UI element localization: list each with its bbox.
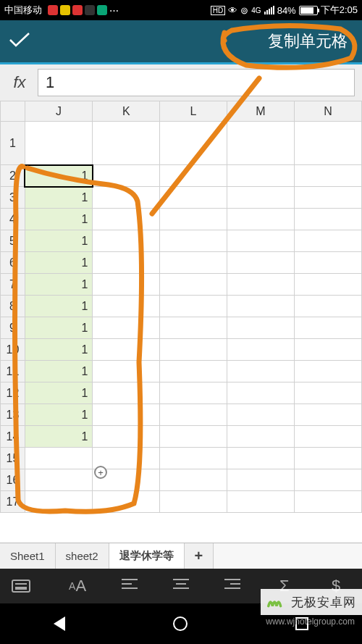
cell-N10[interactable] (295, 339, 362, 361)
tab-tuixue[interactable]: 退学休学等 (109, 543, 185, 569)
row-header[interactable]: 11 (1, 361, 25, 382)
cell-L14[interactable] (160, 426, 227, 448)
row-header[interactable]: 9 (1, 317, 25, 339)
row-header[interactable]: 13 (1, 404, 25, 426)
cell-K11[interactable] (93, 361, 160, 382)
cell-L11[interactable] (160, 361, 227, 382)
cell-L15[interactable] (160, 448, 227, 469)
cell-N6[interactable] (295, 252, 362, 274)
cell-L5[interactable] (160, 230, 227, 252)
row-header[interactable]: 1 (1, 122, 25, 165)
col-header-N[interactable]: N (295, 101, 362, 122)
cell-L16[interactable] (160, 469, 227, 491)
spreadsheet[interactable]: J K L M N 121314151617181911011111211311… (0, 101, 362, 543)
cell-M16[interactable] (227, 469, 294, 491)
cell-N13[interactable] (295, 404, 362, 426)
cell-M6[interactable] (227, 252, 294, 274)
row-header[interactable]: 15 (1, 448, 25, 469)
cell-N11[interactable] (295, 361, 362, 382)
cell-L4[interactable] (160, 209, 227, 230)
row-header[interactable]: 3 (1, 187, 25, 209)
cell-K17[interactable] (93, 491, 160, 513)
cell-M17[interactable] (227, 491, 294, 513)
cell-M4[interactable] (227, 209, 294, 230)
row-header[interactable]: 2 (1, 165, 25, 187)
cell-L12[interactable] (160, 382, 227, 404)
cell-L13[interactable] (160, 404, 227, 426)
cell-K14[interactable] (93, 426, 160, 448)
cell-K5[interactable] (93, 230, 160, 252)
cell-K8[interactable] (93, 296, 160, 317)
cell-K9[interactable] (93, 317, 160, 339)
cell-K10[interactable] (93, 339, 160, 361)
cell-J1[interactable] (25, 122, 92, 165)
cell-J4[interactable]: 1 (25, 209, 92, 230)
cell-J3[interactable]: 1 (25, 187, 92, 209)
cell-N3[interactable] (295, 187, 362, 209)
cell-J10[interactable]: 1 (25, 339, 92, 361)
cell-J17[interactable] (25, 491, 92, 513)
cell-L9[interactable] (160, 317, 227, 339)
cell-M13[interactable] (227, 404, 294, 426)
cell-J13[interactable]: 1 (25, 404, 92, 426)
tab-sheet2[interactable]: sheet2 (56, 543, 109, 569)
cell-J7[interactable]: 1 (25, 274, 92, 296)
cell-J15[interactable] (25, 448, 92, 469)
cell-J12[interactable]: 1 (25, 382, 92, 404)
cell-K6[interactable] (93, 252, 160, 274)
cell-N17[interactable] (295, 491, 362, 513)
home-button[interactable] (173, 616, 188, 631)
cell-N5[interactable] (295, 230, 362, 252)
row-header[interactable]: 12 (1, 382, 25, 404)
cell-L1[interactable] (160, 122, 227, 165)
align-left-button[interactable] (115, 577, 144, 595)
row-header[interactable]: 5 (1, 230, 25, 252)
confirm-button[interactable] (9, 30, 30, 53)
cell-N14[interactable] (295, 426, 362, 448)
cell-K1[interactable] (93, 122, 160, 165)
cell-N16[interactable] (295, 469, 362, 491)
cell-N4[interactable] (295, 209, 362, 230)
row-header[interactable]: 17 (1, 491, 25, 513)
cell-J5[interactable]: 1 (25, 230, 92, 252)
cell-J11[interactable]: 1 (25, 361, 92, 382)
cell-M10[interactable] (227, 339, 294, 361)
grid[interactable]: J K L M N 121314151617181911011111211311… (0, 101, 362, 513)
keyboard-button[interactable] (12, 580, 41, 593)
cell-L10[interactable] (160, 339, 227, 361)
copy-cell-button[interactable]: 复制单元格 (262, 28, 353, 55)
row-header[interactable]: 4 (1, 209, 25, 230)
tab-sheet1[interactable]: Sheet1 (0, 543, 56, 569)
col-header-K[interactable]: K (93, 101, 160, 122)
cell-N12[interactable] (295, 382, 362, 404)
cell-J2[interactable]: 1 (25, 165, 92, 187)
row-header[interactable]: 16 (1, 469, 25, 491)
align-center-button[interactable] (167, 577, 195, 595)
cell-K4[interactable] (93, 209, 160, 230)
cell-J8[interactable]: 1 (25, 296, 92, 317)
cell-M7[interactable] (227, 274, 294, 296)
cell-N15[interactable] (295, 448, 362, 469)
back-button[interactable] (54, 616, 65, 631)
cell-L3[interactable] (160, 187, 227, 209)
cell-L17[interactable] (160, 491, 227, 513)
cell-N9[interactable] (295, 317, 362, 339)
font-button[interactable]: AA (63, 577, 92, 595)
cell-L8[interactable] (160, 296, 227, 317)
cell-M14[interactable] (227, 426, 294, 448)
cell-N1[interactable] (295, 122, 362, 165)
col-header-J[interactable]: J (25, 101, 92, 122)
cell-K2[interactable] (93, 165, 160, 187)
cell-K12[interactable] (93, 382, 160, 404)
cell-N2[interactable] (295, 165, 362, 187)
cell-M12[interactable] (227, 382, 294, 404)
cell-N8[interactable] (295, 296, 362, 317)
corner-cell[interactable] (1, 101, 25, 122)
cell-M8[interactable] (227, 296, 294, 317)
cell-L7[interactable] (160, 274, 227, 296)
cell-M9[interactable] (227, 317, 294, 339)
cell-K3[interactable] (93, 187, 160, 209)
cell-M5[interactable] (227, 230, 294, 252)
cell-J16[interactable] (25, 469, 92, 491)
row-header[interactable]: 14 (1, 426, 25, 448)
